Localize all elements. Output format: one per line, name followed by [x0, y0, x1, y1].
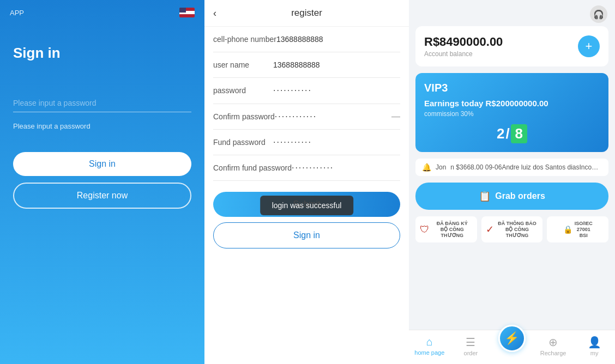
username-row: user name 13688888888	[213, 52, 400, 78]
confirm-password-label: Confirm password	[213, 112, 275, 122]
cellphone-row: cell-phone number 13688888888	[213, 27, 400, 52]
cert-icon-0: 🛡	[420, 224, 430, 235]
nav-my[interactable]: 👤 my	[574, 333, 615, 362]
confirm-fund-password-row: Confirm fund password ············	[213, 155, 400, 181]
signin-panel: APP Sign in Please input a password Sign…	[0, 0, 204, 364]
my-label: my	[590, 350, 599, 356]
recharge-icon: ⊕	[548, 336, 558, 349]
nav-home[interactable]: ⌂ home page	[409, 333, 450, 362]
username-label: user name	[213, 60, 273, 70]
add-balance-button[interactable]: +	[578, 35, 600, 57]
password-row: password ···········	[213, 78, 400, 104]
vip-badge: VIP3	[424, 82, 600, 94]
support-icon[interactable]: 🎧	[590, 5, 607, 23]
home-icon: ⌂	[426, 336, 433, 348]
cert-icon-2: 🔒	[563, 225, 572, 234]
confirm-password-row: Confirm password ············ —	[213, 104, 400, 130]
confirm-fund-password-label: Confirm fund password	[213, 163, 292, 173]
progress-current: 2	[497, 125, 504, 142]
signin-header: APP	[0, 0, 204, 23]
cert-text-0: ĐÃ ĐĂNG KÝBỘ CÔNG THƯƠNG	[432, 221, 473, 238]
cellphone-value[interactable]: 13688888888	[276, 35, 400, 44]
cert-text-2: ISO/IEC27001BSI	[575, 221, 593, 238]
nav-order[interactable]: ☰ order	[450, 333, 492, 362]
signin-buttons: Sign in Register now	[0, 152, 204, 209]
register-header: ‹ register	[204, 0, 409, 27]
recharge-label: Recharge	[540, 350, 566, 356]
flag-icon[interactable]	[179, 8, 195, 17]
cellphone-label: cell-phone number	[213, 34, 276, 44]
cert-text-1: ĐÃ THÔNG BÁOBỘ CÔNG THƯƠNG	[496, 221, 539, 238]
password-label: password	[213, 86, 273, 95]
fund-password-label: Fund password	[213, 137, 273, 147]
certifications-row: 🛡 ĐÃ ĐĂNG KÝBỘ CÔNG THƯƠNG ✓ ĐÃ THÔNG BÁ…	[415, 216, 608, 242]
home-label: home page	[414, 349, 444, 356]
register-now-button[interactable]: Register now	[13, 183, 191, 209]
signin-button[interactable]: Sign in	[13, 152, 191, 176]
grab-orders-button[interactable]: 📋 Grab orders	[415, 183, 608, 210]
earnings-title: Earnings today R$200000000.00	[424, 99, 600, 108]
signin-input-area: Please input a password	[0, 62, 204, 152]
signin-title: Sign in	[0, 23, 204, 62]
cert-badge-2: 🔒 ISO/IEC27001BSI	[547, 216, 608, 242]
grab-icon: 📋	[479, 190, 491, 202]
fund-password-row: Fund password ···········	[213, 130, 400, 155]
dashboard-topbar: 🎧	[409, 0, 615, 26]
confirm-password-value[interactable]: ············	[275, 112, 400, 122]
notification-text: n $3668.00 09-06Andre luiz dos Santos di…	[450, 163, 602, 171]
nav-recharge[interactable]: ⊕ Recharge	[533, 333, 574, 362]
register-title: register	[291, 8, 322, 19]
balance-amount: R$8490000.00	[424, 35, 503, 49]
cert-icon-1: ✓	[486, 223, 494, 235]
notification-icon: 🔔	[422, 163, 431, 172]
balance-info: R$8490000.00 Account balance	[424, 35, 503, 58]
user-name-label: Jon	[436, 163, 446, 171]
commission-text: commission 30%	[424, 110, 600, 118]
fund-password-value[interactable]: ···········	[273, 137, 400, 147]
register-signin-button[interactable]: Sign in	[213, 222, 400, 248]
cert-badge-0: 🛡 ĐÃ ĐĂNG KÝBỘ CÔNG THƯƠNG	[415, 216, 477, 242]
confirm-fund-password-value[interactable]: ············	[292, 163, 400, 173]
nav-center[interactable]: ⚡	[491, 325, 533, 353]
register-form: cell-phone number 13688888888 user name …	[204, 27, 409, 248]
dashboard-panel: 🎧 R$8490000.00 Account balance + VIP3 Ea…	[409, 0, 615, 364]
notification-row: 🔔 Jon n $3668.00 09-06Andre luiz dos San…	[415, 159, 608, 176]
back-button[interactable]: ‹	[213, 8, 216, 19]
bottom-nav: ⌂ home page ☰ order ⚡ ⊕ Recharge 👤 my	[409, 330, 615, 364]
grab-orders-label: Grab orders	[495, 191, 545, 201]
progress-total: 8	[511, 124, 527, 143]
eye-icon[interactable]: —	[391, 112, 400, 122]
username-value[interactable]: 13688888888	[273, 60, 400, 69]
vip-card: VIP3 Earnings today R$200000000.00 commi…	[415, 73, 608, 152]
app-label: APP	[10, 9, 24, 17]
tooltip-popup: login was successful	[260, 196, 354, 215]
signin-hint: Please input a password	[13, 122, 191, 130]
cert-badge-1: ✓ ĐÃ THÔNG BÁOBỘ CÔNG THƯƠNG	[481, 216, 543, 242]
my-icon: 👤	[588, 336, 601, 349]
password-value[interactable]: ···········	[273, 86, 400, 95]
progress-slash: /	[505, 125, 509, 142]
order-label: order	[464, 350, 478, 356]
password-input[interactable]	[13, 94, 191, 112]
flash-icon[interactable]: ⚡	[498, 325, 526, 352]
balance-label: Account balance	[424, 50, 503, 58]
order-icon: ☰	[466, 336, 475, 349]
register-panel: ‹ register cell-phone number 13688888888…	[204, 0, 409, 364]
progress-row: 2 / 8	[424, 124, 600, 143]
balance-card: R$8490000.00 Account balance +	[415, 26, 608, 66]
dashboard-content: R$8490000.00 Account balance + VIP3 Earn…	[409, 26, 615, 330]
